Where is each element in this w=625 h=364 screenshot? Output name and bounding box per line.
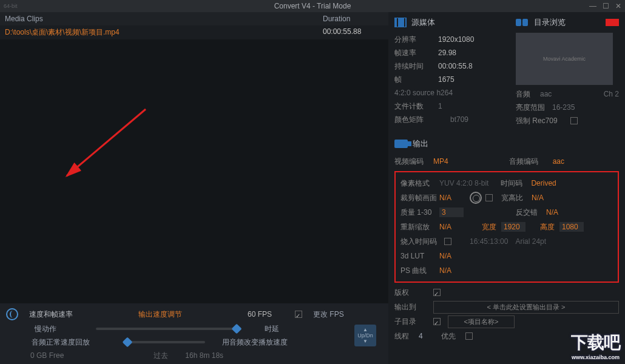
res-value: 1920x1080: [438, 35, 474, 44]
qual-label: 质量 1-30: [400, 207, 439, 218]
matrix-label: 颜色矩阵: [394, 115, 438, 125]
speed-icon: [6, 308, 18, 320]
updn-button[interactable]: Up/Dn: [354, 325, 376, 346]
crop-label: 裁剪帧画面: [400, 193, 439, 203]
audio-speed-slider[interactable]: [126, 341, 205, 343]
fps-src-value: 29.98: [438, 49, 456, 57]
delay-label: 时延: [265, 324, 279, 334]
ar-value[interactable]: N/A: [532, 194, 544, 202]
change-speed-label: 用音频改变播放速度: [222, 337, 288, 348]
binoculars-icon: [516, 18, 529, 27]
tc-label: 时间码: [501, 178, 531, 189]
aenc-label: 音频编码: [509, 157, 553, 167]
rescale-label: 重新缩放: [400, 222, 439, 232]
close-icon[interactable]: ✕: [615, 2, 621, 10]
titlebar: 64-bit Convert V4 - Trial Mode — ☐ ✕: [0, 0, 625, 12]
subdir-button[interactable]: <项目名称>: [448, 315, 515, 328]
output-settings-box: 像素格式 YUV 4:2:0 8-bit 时间码 Derived 裁剪帧画面 N…: [394, 171, 619, 283]
lut-label: 3d LUT: [400, 252, 439, 260]
fps-label: 帧速率: [394, 48, 438, 58]
prio-checkbox[interactable]: [465, 332, 473, 340]
threads-label: 线程: [394, 331, 419, 342]
burn-tc[interactable]: 16:45:13:00: [470, 237, 508, 246]
qual-input[interactable]: 3: [439, 207, 464, 217]
frames-value: 1675: [438, 75, 454, 84]
deint-value[interactable]: N/A: [546, 208, 558, 217]
truck-icon: [394, 140, 408, 148]
deint-label: 反交错: [516, 207, 546, 218]
speed-panel: 速度和帧速率 输出速度调节 60 FPS 更改 FPS 慢动作 时延 音频正常速…: [0, 303, 388, 364]
dur-label: 持续时间: [394, 61, 438, 72]
output-speed-label: 输出速度调节: [138, 309, 182, 320]
output-title: 输出: [413, 138, 428, 149]
clip-row[interactable]: D:\tools\桌面\素材\视频\新项目.mp4 00:00:55.88: [0, 25, 388, 39]
pix-value[interactable]: YUV 4:2:0 8-bit: [439, 179, 488, 187]
tc-value[interactable]: Derived: [531, 179, 556, 187]
watermark: 下载吧 www.xiazaiba.com: [571, 331, 620, 360]
files-value: 1: [438, 102, 442, 110]
clip-list-header: Media Clips Duration: [0, 12, 388, 25]
range-value: 16-235: [552, 103, 575, 112]
subdir-label: 子目录: [394, 317, 433, 327]
venc-value[interactable]: MP4: [433, 157, 448, 166]
header-media-clips: Media Clips: [5, 15, 323, 23]
src-format: 4:2:0 source h264: [394, 89, 453, 97]
force-rec709-checkbox[interactable]: [570, 117, 578, 124]
outto-label: 输出到: [394, 302, 433, 312]
h-label: 高度: [540, 222, 555, 232]
crop-button[interactable]: [470, 192, 482, 204]
past-value: 16h 8m 18s: [185, 351, 223, 360]
prio-label: 优先: [441, 331, 465, 342]
free-space: 0 GB Free: [30, 351, 64, 360]
res-label: 分辨率: [394, 35, 438, 45]
ps-value[interactable]: N/A: [439, 266, 451, 275]
aenc-value[interactable]: aac: [553, 157, 564, 166]
subdir-checkbox[interactable]: [433, 318, 441, 325]
range-label: 亮度范围: [516, 103, 552, 113]
burn-checkbox[interactable]: [444, 238, 451, 245]
dur-value: 00:00:55.8: [438, 62, 473, 70]
speed-title: 速度和帧速率: [29, 309, 73, 320]
source-title: 源媒体: [411, 17, 435, 28]
pix-label: 像素格式: [400, 178, 439, 189]
audio-ch: Ch 2: [604, 90, 619, 98]
film-icon: [394, 18, 407, 27]
header-duration: Duration: [323, 15, 383, 23]
h-input[interactable]: 1080: [559, 222, 584, 232]
audio-label: 音频: [516, 89, 540, 99]
past-label: 过去: [154, 351, 168, 361]
w-label: 宽度: [482, 222, 496, 232]
window-title: Convert V4 - Trial Mode: [274, 2, 351, 10]
ps-label: PS 曲线: [400, 266, 439, 276]
minimize-icon[interactable]: —: [589, 2, 596, 10]
rescale-value[interactable]: N/A: [439, 223, 451, 231]
change-fps-label: 更改 FPS: [313, 309, 344, 320]
maximize-icon[interactable]: ☐: [603, 2, 609, 10]
burn-font[interactable]: Arial 24pt: [515, 237, 546, 246]
preview-area: [0, 39, 388, 303]
change-fps-checkbox[interactable]: [295, 311, 302, 318]
copyright-checkbox[interactable]: [433, 289, 441, 296]
outto-button[interactable]: < 单击此处设置输出目录 >: [433, 301, 619, 314]
crop-checkbox[interactable]: [485, 194, 493, 201]
thumbnail[interactable]: Movavi Academic: [516, 33, 613, 85]
files-label: 文件计数: [394, 101, 438, 112]
clip-duration: 00:00:55.88: [323, 27, 383, 38]
matrix-value: bt709: [450, 115, 468, 124]
crop-value[interactable]: N/A: [439, 194, 451, 202]
venc-label: 视频编码: [394, 157, 433, 167]
audio-value: aac: [540, 90, 552, 98]
copyright-label: 版权: [394, 288, 433, 298]
frames-label: 帧: [394, 75, 438, 85]
red-indicator: [606, 19, 619, 26]
lut-value[interactable]: N/A: [439, 252, 451, 260]
slomo-slider[interactable]: [96, 328, 242, 330]
browse-title: 目录浏览: [534, 17, 566, 28]
bit-badge: 64-bit: [4, 3, 18, 9]
burn-label: 烧入时间码: [400, 237, 444, 247]
slomo-label: 慢动作: [6, 324, 85, 334]
clip-path: D:\tools\桌面\素材\视频\新项目.mp4: [5, 27, 323, 38]
threads-value[interactable]: 4: [419, 332, 423, 340]
w-input[interactable]: 1920: [501, 222, 525, 232]
ar-label: 宽高比: [501, 193, 532, 203]
